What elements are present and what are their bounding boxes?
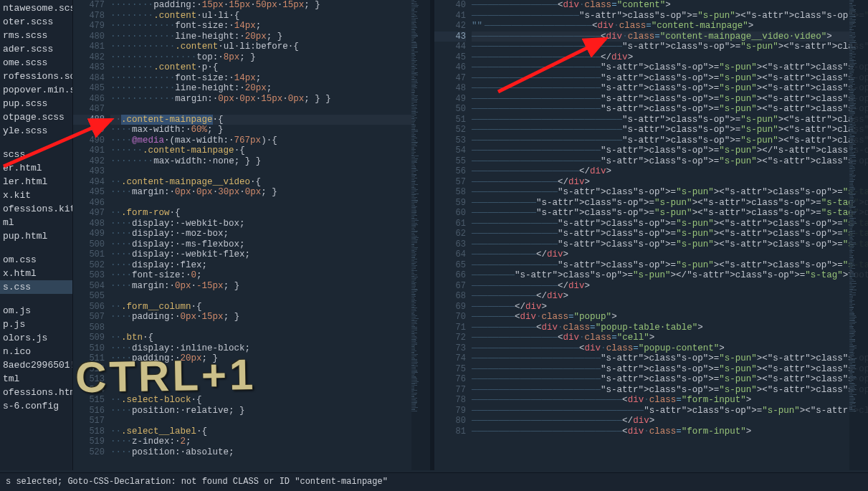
code-line[interactable]: ————————<div·class="popup"> xyxy=(472,312,849,323)
code-line[interactable]: ————————————<div·class="popup-table·tabl… xyxy=(472,323,849,333)
code-line[interactable]: ····display:·flex; xyxy=(110,260,411,271)
code-line[interactable] xyxy=(110,166,411,177)
code-line[interactable]: ····margin:·0px·-15px; } xyxy=(110,281,411,292)
code-line[interactable]: ····@media·(max-width:·767px)·{ xyxy=(110,135,411,146)
file-item[interactable]: n.ico xyxy=(0,345,72,358)
code-line[interactable]: ··.content-mainpage·{ xyxy=(110,115,411,125)
code-line[interactable]: ————————————————————"s-attr">class"s-op"… xyxy=(472,11,849,22)
code-line[interactable]: ————————————</div> xyxy=(472,249,849,260)
code-line[interactable]: ————————————————————————"s-attr">class"s… xyxy=(472,353,849,364)
code-line[interactable]: ————————————————————————————"s-attr">cla… xyxy=(472,115,849,125)
code-line[interactable]: ····margin:·0px·0px·30px·0px; } xyxy=(110,187,411,198)
code-line[interactable] xyxy=(110,416,411,426)
code-line[interactable]: ————————————————</div> xyxy=(472,177,849,188)
code-line[interactable]: ····font-size:·0; xyxy=(110,270,411,281)
code-line[interactable]: ··.btn·{ xyxy=(110,333,411,343)
code-line[interactable]: ————————————"s-attr">class"s-op">="s-pun… xyxy=(472,208,849,219)
code-line[interactable]: ————————————————————————————————"s-attr"… xyxy=(472,406,849,416)
code-line[interactable] xyxy=(110,198,411,209)
code-line[interactable] xyxy=(110,364,411,375)
code-line[interactable]: ""————————————————————<div·class="conten… xyxy=(472,21,849,32)
code-line[interactable]: ··.form-row·{ xyxy=(110,208,411,219)
file-item[interactable]: otpage.scss xyxy=(0,110,72,124)
code-line[interactable]: ············margin:·0px·0px·15px·0px; } … xyxy=(110,94,411,105)
file-item[interactable]: x.html xyxy=(0,267,72,280)
file-item[interactable]: pup.scss xyxy=(0,97,72,110)
code-line[interactable] xyxy=(110,374,411,385)
code-line[interactable]: ············font-size:·14px; xyxy=(110,73,411,84)
file-item[interactable]: ler.html xyxy=(0,175,72,189)
code-line[interactable]: ··.content-mainpage__video·{ xyxy=(110,177,411,188)
file-item[interactable]: popover.min.scss xyxy=(0,83,72,97)
code-line[interactable] xyxy=(110,291,411,302)
code-line[interactable]: ————————————————"s-attr">class"s-op">="s… xyxy=(472,187,849,198)
code-line[interactable]: ————————————————"s-attr">class"s-op">="s… xyxy=(472,260,849,271)
file-item[interactable]: rofessions.scss xyxy=(0,70,72,83)
code-line[interactable]: ··.select-block·{ xyxy=(110,395,411,406)
code-line[interactable]: ····padding:·0px·15px; } xyxy=(110,312,411,323)
file-item[interactable]: s.css xyxy=(0,280,72,294)
code-line[interactable]: ————————————————————————————"s-attr">cla… xyxy=(472,42,849,52)
code-line[interactable]: ····display:·-moz-box; xyxy=(110,229,411,239)
right-editor-pane[interactable]: 4041424344454647484950515253545556575859… xyxy=(434,0,868,470)
code-line[interactable]: ————————————————————————"s-attr">class"s… xyxy=(472,364,849,375)
code-line[interactable]: ········.content·p·{ xyxy=(110,62,411,73)
file-item[interactable]: ome.scss xyxy=(0,56,72,70)
file-item[interactable]: s-6.config xyxy=(0,399,72,413)
code-line[interactable]: ··.select__label·{ xyxy=(110,426,411,437)
file-item[interactable]: er.html xyxy=(0,161,72,175)
file-item[interactable]: scss xyxy=(0,148,72,161)
code-line[interactable]: ············line-height:·20px; xyxy=(110,83,411,94)
code-line[interactable]: ····max-width:·60%; } xyxy=(110,125,411,135)
right-code[interactable]: ————————————————<div·class="content">———… xyxy=(472,0,849,470)
code-line[interactable]: ····padding:·20px; } xyxy=(110,353,411,364)
code-line[interactable]: ————————"s-attr">class"s-op">="s-pun"></… xyxy=(472,270,849,281)
code-line[interactable]: ····z-index:·2; xyxy=(110,437,411,447)
left-editor-pane[interactable]: 4774784794804814824834844854864874884894… xyxy=(73,0,430,470)
code-line[interactable]: ————————————————"s-attr">class"s-op">="s… xyxy=(472,229,849,239)
code-line[interactable]: ————————————————<div·class="cell"> xyxy=(472,333,849,343)
code-line[interactable]: ————————————————————————"s-attr">class"s… xyxy=(472,94,849,105)
code-line[interactable] xyxy=(110,104,411,115)
code-line[interactable]: ————————————————————</div> xyxy=(472,166,849,177)
code-line[interactable]: ————————————————————————<div·class="cont… xyxy=(472,32,849,42)
code-line[interactable]: ····display:·-webkit-box; xyxy=(110,219,411,229)
code-line[interactable]: ········.content·ul·li·{ xyxy=(110,11,411,22)
code-line[interactable]: ————————————————————————————</div> xyxy=(472,416,849,426)
code-line[interactable]: ————————————————</div> xyxy=(472,281,849,292)
file-item[interactable]: ofessions.kit xyxy=(0,202,72,216)
code-line[interactable]: ··.form__column·{ xyxy=(110,302,411,313)
code-line[interactable]: ————————————————"s-attr">class"s-op">="s… xyxy=(472,239,849,250)
file-sidebar[interactable]: ntawesome.scssoter.scssrms.scssader.scss… xyxy=(0,0,73,470)
code-line[interactable]: ········padding:·15px·15px·50px·15px; } xyxy=(110,0,411,11)
code-line[interactable]: ————————————————————<div·class="popup-co… xyxy=(472,343,849,354)
code-line[interactable]: ————————————————————————"s-attr">class"s… xyxy=(472,385,849,396)
code-line[interactable]: ————————</div> xyxy=(472,302,849,313)
left-code[interactable]: ········padding:·15px·15px·50px·15px; }·… xyxy=(110,0,411,470)
code-line[interactable]: ······.content-mainpage·{ xyxy=(110,146,411,156)
file-item[interactable]: p.js xyxy=(0,318,72,331)
code-line[interactable]: ········max-width:·none; } } xyxy=(110,156,411,167)
code-line[interactable]: ————————————————————————————<div·class="… xyxy=(472,395,849,406)
code-line[interactable]: ····position:·relative; } xyxy=(110,406,411,416)
file-item[interactable]: olors.js xyxy=(0,331,72,345)
file-item[interactable]: pup.html xyxy=(0,229,72,243)
file-item[interactable]: om.js xyxy=(0,304,72,318)
code-line[interactable]: ····display:·inline-block; xyxy=(110,343,411,354)
code-line[interactable] xyxy=(110,385,411,396)
code-line[interactable]: ————————————————————————"s-attr">class"s… xyxy=(472,104,849,115)
code-line[interactable]: ————————————————————————</div> xyxy=(472,52,849,63)
code-line[interactable]: ————————————"s-attr">class"s-op">="s-pun… xyxy=(472,198,849,209)
file-item[interactable]: om.css xyxy=(0,253,72,267)
file-item[interactable]: ntawesome.scss xyxy=(0,1,72,15)
code-line[interactable]: ····display:·-webkit-flex; xyxy=(110,249,411,260)
code-line[interactable]: ················top:·8px; } xyxy=(110,52,411,63)
file-item[interactable]: yle.scss xyxy=(0,124,72,138)
code-line[interactable]: ————————————————————————"s-attr">class"s… xyxy=(472,62,849,73)
file-item[interactable]: tml xyxy=(0,372,72,386)
code-line[interactable]: ————————————————<div·class="content"> xyxy=(472,0,849,11)
left-minimap[interactable] xyxy=(411,0,430,470)
code-line[interactable]: ————————————————————————"s-attr">class"s… xyxy=(472,146,849,156)
file-item[interactable]: rms.scss xyxy=(0,29,72,42)
code-line[interactable]: ————————————</div> xyxy=(472,291,849,302)
